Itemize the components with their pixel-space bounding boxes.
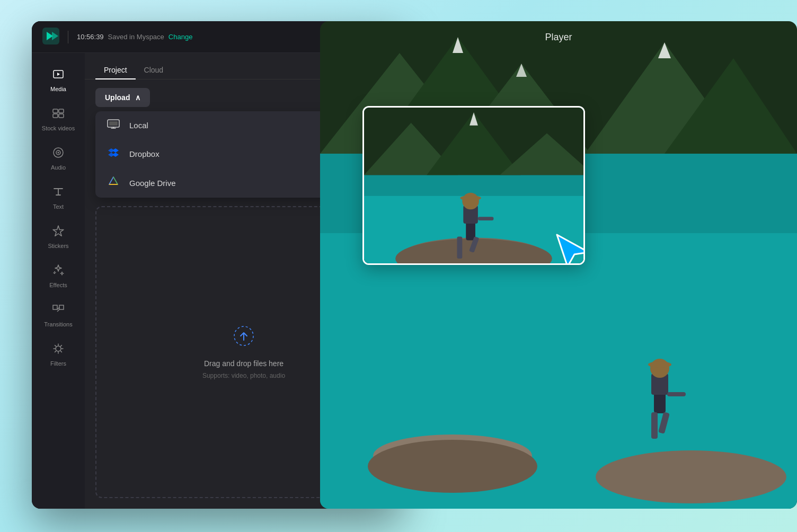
preview-card [362,106,585,265]
preview-scene [364,108,583,263]
sidebar-item-stickers[interactable]: Stickers [37,218,79,255]
tab-cloud[interactable]: Cloud [136,61,172,79]
drop-zone-text: Drag and drop files here [204,359,284,368]
upload-button[interactable]: Upload ∧ [95,88,150,107]
dropdown-item-google-drive-label: Google Drive [129,179,176,188]
stickers-icon [52,225,65,240]
sidebar-item-media-label: Media [50,86,66,92]
background-scene [320,21,797,509]
sidebar-item-audio[interactable]: Audio [37,140,79,177]
top-bar-info: 10:56:39 Saved in Myspace Change [77,33,192,41]
player-label: Player [545,32,572,43]
svg-rect-5 [59,114,64,118]
sidebar-item-filters[interactable]: Filters [37,336,79,373]
cursor-arrow [554,232,585,265]
sidebar-item-effects-label: Effects [49,282,67,288]
sidebar-item-transitions-label: Transitions [44,321,72,327]
sidebar: Media Stock videos [32,53,85,509]
sidebar-item-filters-label: Filters [50,360,66,367]
tab-project[interactable]: Project [95,61,136,79]
sidebar-item-text[interactable]: Text [37,179,79,216]
change-link[interactable]: Change [169,33,193,41]
sidebar-item-stock-videos[interactable]: Stock videos [37,101,79,138]
sidebar-item-audio-label: Audio [51,164,66,171]
sidebar-item-transitions[interactable]: Transitions [37,297,79,334]
app-logo [42,28,59,47]
dropbox-icon [106,147,121,161]
drop-zone-subtext: Supports: video, photo, audio [202,372,285,379]
player-area: Player [320,21,797,509]
svg-point-30 [648,361,671,368]
filters-icon [52,342,65,357]
dropdown-item-local-label: Local [129,121,148,130]
media-icon [52,68,65,83]
dropdown-item-dropbox-label: Dropbox [129,149,160,158]
effects-icon [52,264,65,279]
sidebar-item-effects[interactable]: Effects [37,258,79,295]
svg-point-8 [58,152,59,154]
svg-point-9 [56,346,61,351]
upload-chevron-icon: ∧ [135,93,140,102]
sidebar-item-text-label: Text [53,203,64,210]
svg-point-46 [460,196,481,201]
svg-rect-31 [651,412,658,439]
local-icon [106,119,121,132]
svg-rect-4 [53,114,58,118]
player-background: Player [320,21,797,509]
saved-status: Saved in Myspace [108,33,164,41]
sidebar-item-stickers-label: Stickers [48,243,68,249]
upload-button-label: Upload [105,93,130,102]
text-icon [52,185,65,200]
svg-rect-47 [457,237,462,259]
preview-card-inner [364,108,583,263]
audio-icon [52,146,65,161]
google-drive-icon [106,176,121,190]
svg-point-25 [596,450,786,503]
transitions-icon [52,303,65,318]
upload-arrow-icon [233,325,254,351]
stock-videos-icon [52,107,65,122]
svg-rect-2 [53,109,58,113]
svg-rect-49 [478,217,494,220]
svg-rect-33 [667,392,686,396]
sidebar-item-media[interactable]: Media [37,61,79,99]
divider [68,31,68,43]
svg-point-26 [368,440,537,493]
svg-rect-11 [109,121,118,126]
svg-point-45 [462,193,479,210]
svg-rect-3 [59,109,64,113]
time-display: 10:56:39 [77,33,104,41]
sidebar-item-stock-videos-label: Stock videos [42,125,75,131]
